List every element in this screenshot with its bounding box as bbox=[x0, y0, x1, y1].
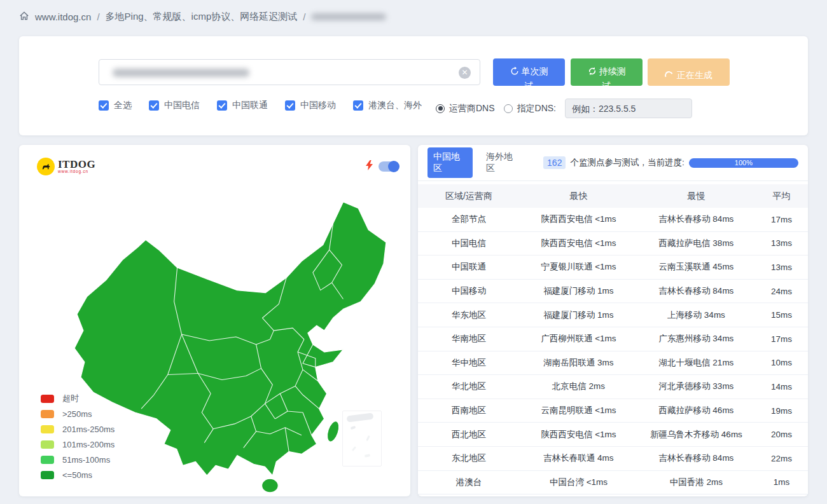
checkbox-label: 全选 bbox=[114, 100, 132, 111]
radio-carrier-dns[interactable]: 运营商DNS bbox=[436, 103, 495, 114]
map-card: ITDOG www.itdog.cn bbox=[19, 145, 410, 496]
continuous-test-button[interactable]: 持续测试 bbox=[571, 58, 643, 86]
cell-slowest: 上海移动 34ms bbox=[637, 310, 755, 321]
continuous-test-label: 持续测试 bbox=[599, 66, 626, 86]
cell-slowest: 云南玉溪联通 45ms bbox=[637, 261, 755, 273]
custom-dns-input[interactable] bbox=[565, 99, 692, 118]
generating-label: 正在生成 bbox=[677, 70, 712, 80]
legend-label: <=50ms bbox=[62, 470, 92, 480]
table-row: 华北地区 北京电信 2ms 河北承德移动 33ms 14ms bbox=[418, 375, 808, 399]
table-row: 东北地区 吉林长春联通 4ms 吉林长春移动 84ms 22ms bbox=[418, 447, 808, 471]
dog-logo-icon bbox=[37, 158, 55, 175]
table-row: 中国联通 宁夏银川联通 <1ms 云南玉溪联通 45ms 13ms bbox=[418, 255, 808, 280]
cell-region: 港澳台 bbox=[418, 477, 520, 488]
cell-fastest: 广西柳州联通 <1ms bbox=[520, 333, 637, 344]
checkbox-checked-icon bbox=[217, 100, 227, 111]
lightning-icon bbox=[366, 160, 373, 173]
redacted-host-value bbox=[113, 69, 249, 77]
refresh-cycle-icon bbox=[588, 66, 597, 79]
refresh-once-icon bbox=[510, 66, 519, 79]
table-row: 西南地区 云南昆明联通 <1ms 西藏拉萨移动 46ms 19ms bbox=[418, 399, 808, 423]
checkbox-checked-icon bbox=[285, 100, 295, 111]
cell-slowest: 吉林长春移动 84ms bbox=[637, 285, 755, 297]
single-test-label: 单次测试 bbox=[522, 66, 548, 86]
cell-fastest: 云南昆明联通 <1ms bbox=[520, 405, 637, 416]
cell-average: 20ms bbox=[755, 430, 808, 439]
checkbox-checked-icon bbox=[353, 100, 363, 111]
map-toggle-switch[interactable] bbox=[379, 161, 399, 172]
table-body: 全部节点 陕西西安电信 <1ms 吉林长春移动 84ms 17ms 中国电信 陕… bbox=[418, 208, 808, 494]
results-header: 中国地区 海外地区 162 个监测点参与测试，当前进度: 100% bbox=[418, 145, 808, 181]
table-row: 华南地区 广西柳州联通 <1ms 广东惠州移动 34ms 17ms bbox=[418, 327, 808, 351]
cell-fastest: 福建厦门移动 1ms bbox=[520, 285, 637, 297]
legend-item: 超时 bbox=[41, 391, 115, 406]
single-test-button[interactable]: 单次测试 bbox=[493, 58, 565, 86]
cell-region: 东北地区 bbox=[418, 453, 520, 464]
results-card: 中国地区 海外地区 162 个监测点参与测试，当前进度: 100% 区域/运营商… bbox=[418, 145, 808, 496]
cell-fastest: 陕西西安电信 <1ms bbox=[520, 238, 637, 249]
cell-average: 15ms bbox=[755, 310, 808, 320]
isp-checkbox[interactable]: 中国联通 bbox=[217, 100, 268, 111]
legend-label: 101ms-200ms bbox=[62, 440, 115, 449]
radio-selected-icon bbox=[436, 104, 445, 113]
cell-average: 17ms bbox=[755, 215, 808, 224]
legend-color-swatch bbox=[41, 410, 54, 418]
tab-china-region[interactable]: 中国地区 bbox=[427, 147, 473, 178]
table-row: 华中地区 湖南岳阳联通 3ms 湖北十堰电信 21ms 10ms bbox=[418, 351, 808, 376]
table-row: 中国电信 陕西西安电信 <1ms 西藏拉萨电信 38ms 13ms bbox=[418, 232, 808, 256]
page: { "colors": { "accent_blue": "#4a7cf0", … bbox=[0, 0, 827, 504]
checkbox-label: 中国联通 bbox=[232, 100, 268, 111]
breadcrumb-path[interactable]: 多地Ping、常规版、icmp协议、网络延迟测试 bbox=[106, 11, 298, 23]
cell-slowest: 河北承德移动 33ms bbox=[637, 381, 755, 392]
cell-region: 华东地区 bbox=[418, 310, 520, 321]
spinner-icon bbox=[664, 70, 674, 81]
legend-color-swatch bbox=[41, 440, 54, 449]
cell-slowest: 广东惠州移动 34ms bbox=[637, 333, 755, 344]
isp-checkbox[interactable]: 全选 bbox=[99, 100, 132, 111]
legend-label: >250ms bbox=[62, 409, 92, 419]
cell-average: 13ms bbox=[755, 262, 808, 272]
col-average: 平均 bbox=[755, 191, 808, 202]
cell-fastest: 湖南岳阳联通 3ms bbox=[520, 357, 637, 369]
toggle-knob bbox=[388, 161, 400, 172]
breadcrumb-site[interactable]: www.itdog.cn bbox=[35, 11, 91, 22]
map-tools bbox=[366, 160, 399, 173]
cell-region: 中国电信 bbox=[418, 238, 520, 249]
isp-checkbox[interactable]: 中国移动 bbox=[285, 100, 336, 111]
checkbox-checked-icon bbox=[99, 100, 109, 111]
tab-overseas-region[interactable]: 海外地区 bbox=[480, 147, 525, 178]
cell-average: 13ms bbox=[755, 238, 808, 248]
cell-region: 华中地区 bbox=[418, 357, 520, 369]
dns-radio-group: 运营商DNS 指定DNS: bbox=[436, 99, 692, 118]
table-row: 中国移动 福建厦门移动 1ms 吉林长春移动 84ms 24ms bbox=[418, 280, 808, 304]
breadcrumb-separator: / bbox=[303, 11, 305, 22]
cell-average: 14ms bbox=[755, 382, 808, 392]
clear-input-icon[interactable]: ✕ bbox=[459, 67, 471, 79]
legend-label: 超时 bbox=[62, 393, 79, 404]
ping-form-card: ✕ 单次测试 持续测试 正在生成 全选 中国电信 中国联通 bbox=[19, 36, 808, 135]
radio-unselected-icon bbox=[504, 104, 513, 113]
progress-bar: 100% bbox=[689, 158, 798, 168]
target-host-input[interactable]: ✕ bbox=[99, 59, 480, 85]
cell-average: 19ms bbox=[755, 406, 808, 416]
cell-region: 西北地区 bbox=[418, 429, 520, 440]
generating-button[interactable]: 正在生成 bbox=[648, 58, 730, 86]
cell-average: 22ms bbox=[755, 454, 808, 463]
legend-color-swatch bbox=[41, 471, 54, 479]
breadcrumb: www.itdog.cn / 多地Ping、常规版、icmp协议、网络延迟测试 … bbox=[19, 10, 386, 24]
home-icon[interactable] bbox=[19, 11, 29, 23]
legend-item: 101ms-200ms bbox=[41, 437, 115, 452]
legend-color-swatch bbox=[41, 425, 54, 433]
radio-custom-dns[interactable]: 指定DNS: bbox=[504, 103, 556, 114]
isp-checkbox[interactable]: 中国电信 bbox=[149, 100, 200, 111]
progress-label: 个监测点参与测试，当前进度: bbox=[570, 157, 684, 168]
legend-color-swatch bbox=[41, 456, 54, 464]
cell-slowest: 吉林长春移动 84ms bbox=[637, 214, 755, 225]
table-row: 全部节点 陕西西安电信 <1ms 吉林长春移动 84ms 17ms bbox=[418, 208, 808, 232]
cell-slowest: 中国香港 2ms bbox=[637, 477, 755, 488]
cell-average: 24ms bbox=[755, 287, 808, 296]
cell-average: 10ms bbox=[755, 358, 808, 367]
table-row: 港澳台 中国台湾 <1ms 中国香港 2ms 1ms bbox=[418, 471, 808, 495]
table-row: 西北地区 陕西西安电信 <1ms 新疆乌鲁木齐移动 46ms 20ms bbox=[418, 423, 808, 447]
isp-checkbox[interactable]: 港澳台、海外 bbox=[353, 100, 422, 111]
